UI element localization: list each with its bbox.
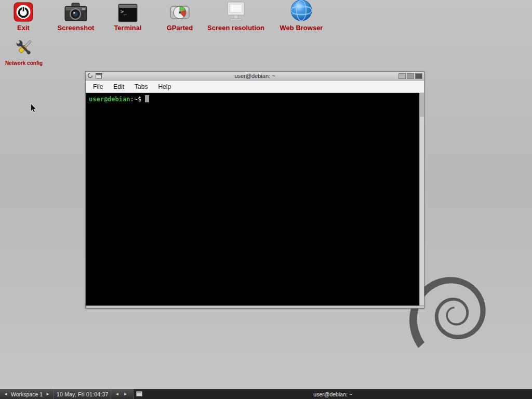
- svg-text:>_: >_: [121, 9, 127, 15]
- desktop-icon-network-config[interactable]: Network config: [0, 36, 58, 67]
- workspace-switcher: ◄ Workspace 1 ►: [0, 389, 54, 399]
- titlebar[interactable]: user@debian: ~: [86, 72, 424, 81]
- scrollbar-thumb[interactable]: [420, 93, 424, 117]
- pager-prev-icon[interactable]: ◄: [114, 389, 120, 399]
- icon-label: Network config: [5, 60, 43, 67]
- task-window-icon: [136, 391, 142, 396]
- icon-label: Web Browser: [280, 24, 323, 32]
- workspace-next-icon[interactable]: ►: [45, 389, 51, 399]
- pager-arrows: ◄ ►: [111, 389, 131, 399]
- maximize-button[interactable]: [407, 73, 414, 79]
- prompt-suffix: :~$: [130, 96, 141, 103]
- menu-file[interactable]: File: [88, 82, 108, 92]
- window-menu-icon[interactable]: [96, 71, 102, 81]
- menu-tabs[interactable]: Tabs: [129, 82, 153, 92]
- terminal-icon: >_: [118, 1, 138, 23]
- prompt-user: user@debian: [89, 96, 130, 103]
- globe-icon: [289, 1, 313, 23]
- close-button[interactable]: [415, 73, 422, 79]
- terminal-cursor: [145, 95, 149, 102]
- terminal-window: user@debian: ~ File Edit Tabs Help user@…: [85, 71, 424, 309]
- scrollbar[interactable]: [419, 93, 424, 305]
- desktop-icon-web-browser[interactable]: Web Browser: [268, 1, 335, 32]
- clock: 10 May, Fri 01:04:37: [57, 391, 109, 397]
- workspace-label: Workspace 1: [11, 391, 43, 397]
- task-title: user@debian: ~: [313, 391, 352, 397]
- iconify-button[interactable]: [398, 73, 406, 79]
- menu-edit[interactable]: Edit: [108, 82, 129, 92]
- taskbar: ◄ Workspace 1 ► 10 May, Fri 01:04:37 ◄ ►…: [0, 389, 532, 399]
- desktop-icon-screen-resolution[interactable]: Screen resolution: [202, 1, 270, 32]
- menu-help[interactable]: Help: [153, 82, 176, 92]
- workspace-prev-icon[interactable]: ◄: [3, 389, 9, 399]
- mouse-cursor: [30, 103, 38, 114]
- icon-label: Screenshot: [58, 24, 95, 32]
- icon-label: Exit: [17, 24, 30, 32]
- clock-segment: 10 May, Fri 01:04:37: [54, 389, 111, 399]
- monitor-icon: [224, 1, 248, 23]
- window-title: user@debian: ~: [86, 72, 424, 81]
- menubar: File Edit Tabs Help: [86, 81, 424, 93]
- session-icon: [87, 71, 93, 81]
- window-resize-strip[interactable]: [86, 305, 424, 308]
- taskbar-task-terminal[interactable]: user@debian: ~: [133, 389, 532, 399]
- tools-icon: [12, 36, 35, 58]
- disk-gauge-icon: [169, 1, 191, 23]
- power-icon: [14, 1, 33, 23]
- icon-label: Screen resolution: [207, 24, 264, 32]
- icon-label: Terminal: [114, 24, 141, 32]
- camera-icon: [64, 1, 88, 23]
- pager-next-icon[interactable]: ►: [122, 389, 128, 399]
- terminal-output[interactable]: user@debian:~$: [86, 93, 424, 305]
- icon-label: GParted: [167, 24, 193, 32]
